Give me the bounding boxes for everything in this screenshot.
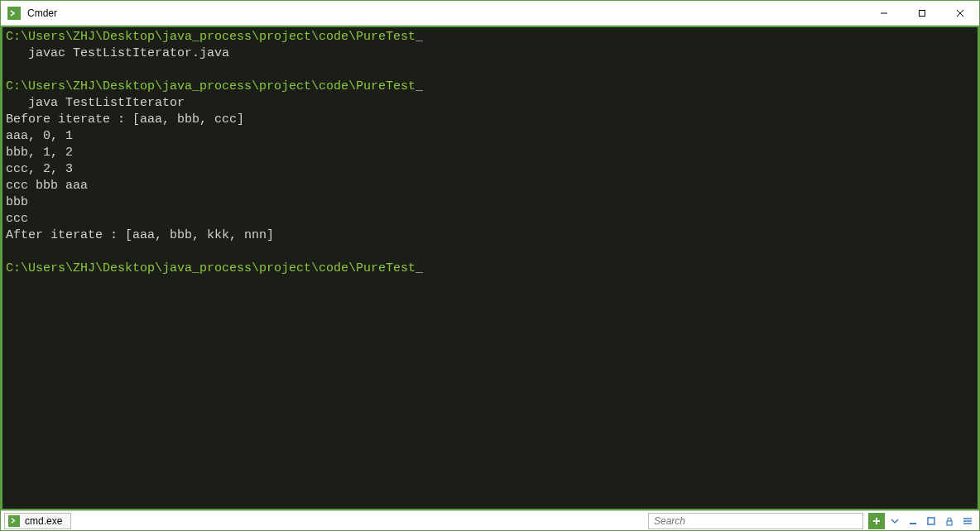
- app-icon: [7, 7, 21, 20]
- output-line: bbb: [6, 194, 974, 211]
- lambda-icon: [8, 515, 20, 527]
- tab-label: cmd.exe: [25, 515, 62, 527]
- minimize-tray-icon[interactable]: [905, 513, 921, 529]
- maximize-button[interactable]: [903, 1, 941, 26]
- window-title: Cmder: [27, 7, 57, 19]
- search-input[interactable]: [648, 513, 863, 529]
- active-cursor: _: [416, 261, 423, 275]
- output-line: aaa, 0, 1: [6, 128, 974, 145]
- statusbar-icons: [868, 513, 976, 529]
- command-line: javac TestListIterator.java: [6, 45, 974, 62]
- command-line: java TestListIterator: [6, 95, 974, 112]
- console-tab[interactable]: cmd.exe: [4, 513, 71, 529]
- settings-icon[interactable]: [959, 513, 976, 529]
- output-line: Before iterate : [aaa, bbb, ccc]: [6, 112, 974, 128]
- minimize-button[interactable]: [865, 1, 903, 26]
- output-line: ccc bbb aaa: [6, 178, 974, 194]
- output-line: ccc, 2, 3: [6, 161, 974, 178]
- dropdown-button[interactable]: [886, 513, 903, 529]
- statusbar: cmd.exe: [1, 510, 979, 530]
- maximize-pane-icon[interactable]: [923, 513, 939, 529]
- terminal-output[interactable]: C:\Users\ZHJ\Desktop\java_process\projec…: [1, 26, 979, 510]
- app-window: Cmder C:\Users\ZHJ\Desktop\java_process\…: [0, 0, 980, 531]
- titlebar[interactable]: Cmder: [1, 1, 979, 26]
- output-line: ccc: [6, 211, 974, 227]
- svg-rect-8: [947, 521, 952, 525]
- new-tab-button[interactable]: [868, 513, 885, 529]
- lock-icon[interactable]: [941, 513, 958, 529]
- cursor-glyph: _: [416, 79, 423, 93]
- cursor-glyph: _: [416, 30, 423, 44]
- close-button[interactable]: [941, 1, 979, 26]
- prompt-path: C:\Users\ZHJ\Desktop\java_process\projec…: [6, 261, 416, 275]
- prompt-path: C:\Users\ZHJ\Desktop\java_process\projec…: [6, 79, 416, 93]
- svg-rect-7: [928, 518, 934, 524]
- svg-rect-6: [910, 523, 916, 524]
- prompt-path: C:\Users\ZHJ\Desktop\java_process\projec…: [6, 30, 416, 44]
- output-line: bbb, 1, 2: [6, 145, 974, 161]
- output-line: After iterate : [aaa, bbb, kkk, nnn]: [6, 227, 974, 244]
- svg-rect-1: [920, 10, 925, 16]
